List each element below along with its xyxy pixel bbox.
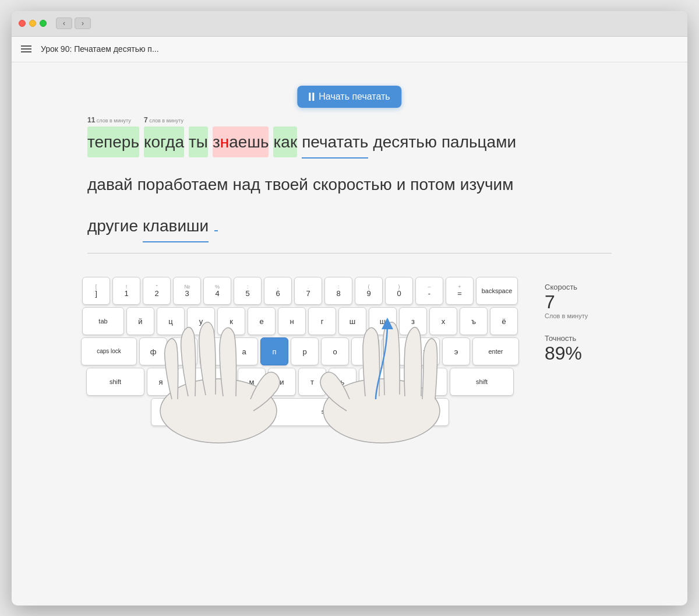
key-option-right[interactable]: option <box>407 398 449 426</box>
typing-text: 11 слов в минуту теперь 7 слов в минуту … <box>87 126 612 243</box>
key-в[interactable]: в <box>200 337 228 365</box>
key-shift-right[interactable]: shift <box>450 368 514 396</box>
key-й[interactable]: й <box>126 307 154 335</box>
separator <box>87 253 612 254</box>
key-ю[interactable]: ю <box>389 368 417 396</box>
pause-icon <box>309 93 314 101</box>
key-ч[interactable]: ч <box>177 368 205 396</box>
text-line-1: 11 слов в минуту теперь 7 слов в минуту … <box>87 126 612 159</box>
forward-button[interactable]: › <box>75 17 91 29</box>
key-8[interactable]: : 8 <box>324 277 352 305</box>
key-и[interactable]: и <box>268 368 296 396</box>
minimize-button[interactable] <box>29 20 36 27</box>
key-ц[interactable]: ц <box>157 307 185 335</box>
key-bracket[interactable]: [ ] <box>82 277 110 305</box>
word-клавиши: клавиши <box>143 210 209 242</box>
key-с[interactable]: с <box>207 368 235 396</box>
text-line-2: давай поработаем над твоей скоростью и п… <box>87 169 612 200</box>
word-и: и <box>397 169 406 200</box>
titlebar: ‹ › <box>12 11 687 37</box>
key-row-4: shift я ч с м и т ь б ю . shift <box>79 368 521 396</box>
key-п[interactable]: п <box>260 337 288 365</box>
key-5[interactable]: : 5 <box>234 277 262 305</box>
word-десятью: десятью <box>373 126 436 157</box>
key-р[interactable]: р <box>291 337 319 365</box>
word-другие: другие <box>87 210 138 241</box>
stats-panel: Скорость 7 Слов в минуту Точность 89% <box>545 271 626 376</box>
main-content: Начать печатать 11 слов в минуту теперь … <box>12 62 687 606</box>
word-ты: ты <box>189 126 208 157</box>
key-shift-left[interactable]: shift <box>86 368 144 396</box>
word-печатать: печатать <box>302 126 368 159</box>
key-э[interactable]: э <box>442 337 470 365</box>
key-б[interactable]: б <box>359 368 387 396</box>
speed-stat: Скорость 7 Слов в минуту <box>545 283 626 320</box>
word-потом: потом <box>410 169 455 200</box>
key-3[interactable]: № 3 <box>173 277 201 305</box>
key-ё[interactable]: ё <box>490 307 518 335</box>
key-х[interactable]: х <box>429 307 457 335</box>
word-над: над <box>232 169 260 200</box>
key-ф[interactable]: ф <box>139 337 167 365</box>
key-ш[interactable]: ш <box>338 307 366 335</box>
key-д[interactable]: д <box>382 337 409 365</box>
key-6[interactable]: , 6 <box>264 277 292 305</box>
key-щ[interactable]: щ <box>369 307 397 335</box>
key-г[interactable]: г <box>308 307 336 335</box>
key-м[interactable]: м <box>238 368 266 396</box>
key-2[interactable]: " 2 <box>143 277 171 305</box>
key-control[interactable]: control <box>151 398 207 426</box>
start-button[interactable]: Начать печатать <box>297 86 401 108</box>
word-твоей: твоей <box>265 169 308 200</box>
key-row-5: control option space option <box>79 398 521 426</box>
key-capslock[interactable]: caps lock <box>81 337 137 365</box>
key-о[interactable]: о <box>321 337 349 365</box>
key-enter[interactable]: enter <box>472 337 519 365</box>
key-9[interactable]: ( 9 <box>355 277 383 305</box>
keyboard: [ ] ! 1 " 2 № 3 <box>73 271 527 434</box>
menu-icon[interactable] <box>21 45 31 52</box>
key-е[interactable]: е <box>248 307 276 335</box>
key-я[interactable]: я <box>147 368 175 396</box>
back-button[interactable]: ‹ <box>56 17 72 29</box>
key-ъ[interactable]: ъ <box>460 307 488 335</box>
key-row-1: [ ] ! 1 " 2 № 3 <box>79 277 521 305</box>
word-поработаем: поработаем <box>137 169 228 200</box>
key-1[interactable]: ! 1 <box>112 277 140 305</box>
key-к[interactable]: к <box>217 307 245 335</box>
key-л[interactable]: л <box>351 337 379 365</box>
key-space[interactable]: space <box>253 398 405 426</box>
key-у[interactable]: у <box>187 307 215 335</box>
key-dot-shift[interactable]: . <box>419 368 447 396</box>
word-скоростью: скоростью <box>313 169 392 200</box>
key-backspace[interactable]: backspace <box>476 277 518 305</box>
speed-unit: Слов в минуту <box>545 312 588 319</box>
start-button-label: Начать печатать <box>319 91 390 102</box>
key-н[interactable]: н <box>278 307 306 335</box>
key-7[interactable]: . 7 <box>294 277 322 305</box>
text-line-3: другие клавиши <box>87 210 612 242</box>
key-ж[interactable]: ж <box>412 337 440 365</box>
accuracy-stat: Точность 89% <box>545 334 626 362</box>
page-title: Урок 90: Печатаем десятью п... <box>41 44 159 54</box>
key-ы[interactable]: ы <box>170 337 197 365</box>
speed-number: 7 <box>545 291 555 312</box>
key-option-left[interactable]: option <box>209 398 251 426</box>
key-plus[interactable]: + = <box>446 277 474 305</box>
key-minus[interactable]: – - <box>415 277 443 305</box>
key-т[interactable]: т <box>298 368 326 396</box>
keyboard-section: [ ] ! 1 " 2 № 3 <box>73 271 626 434</box>
key-з[interactable]: з <box>399 307 427 335</box>
accuracy-number: 89% <box>545 343 582 364</box>
key-tab[interactable]: tab <box>82 307 124 335</box>
close-button[interactable] <box>19 20 26 27</box>
key-а[interactable]: а <box>230 337 258 365</box>
speed-label: Скорость <box>545 283 626 291</box>
word-как: как <box>273 126 297 157</box>
maximize-button[interactable] <box>40 20 47 27</box>
key-4[interactable]: % 4 <box>203 277 231 305</box>
text-area: Начать печатать 11 слов в минуту теперь … <box>87 91 612 266</box>
key-0[interactable]: ) 0 <box>385 277 413 305</box>
key-ь[interactable]: ь <box>329 368 356 396</box>
keyboard-container: [ ] ! 1 " 2 № 3 <box>73 271 527 434</box>
